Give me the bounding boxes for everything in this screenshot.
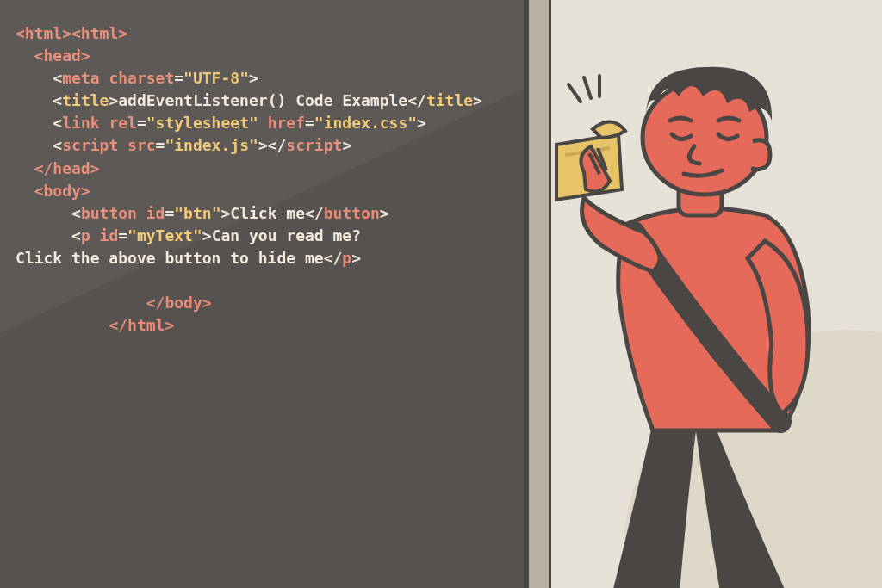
code-block: <html><html> <head> <meta charset="UTF-8… bbox=[16, 22, 508, 337]
code-editor: <html><html> <head> <meta charset="UTF-8… bbox=[0, 0, 524, 588]
illustration-panel bbox=[524, 0, 882, 588]
listening-person-icon bbox=[550, 52, 882, 588]
doorframe-inner bbox=[529, 0, 551, 588]
sound-ticks-icon bbox=[568, 76, 599, 102]
svg-line-0 bbox=[568, 84, 581, 102]
tag-html-1: <html> bbox=[16, 24, 71, 42]
person-body bbox=[581, 146, 808, 588]
svg-line-1 bbox=[584, 77, 591, 98]
tag-html-2: <html> bbox=[71, 24, 127, 42]
tag-head-open: <head> bbox=[34, 46, 90, 65]
tag-head-close: </head> bbox=[34, 159, 100, 177]
tag-body-close: </body> bbox=[146, 294, 212, 312]
tag-html-close: </html> bbox=[109, 316, 174, 334]
person-head bbox=[643, 67, 772, 195]
tag-body-open: <body> bbox=[34, 182, 90, 200]
